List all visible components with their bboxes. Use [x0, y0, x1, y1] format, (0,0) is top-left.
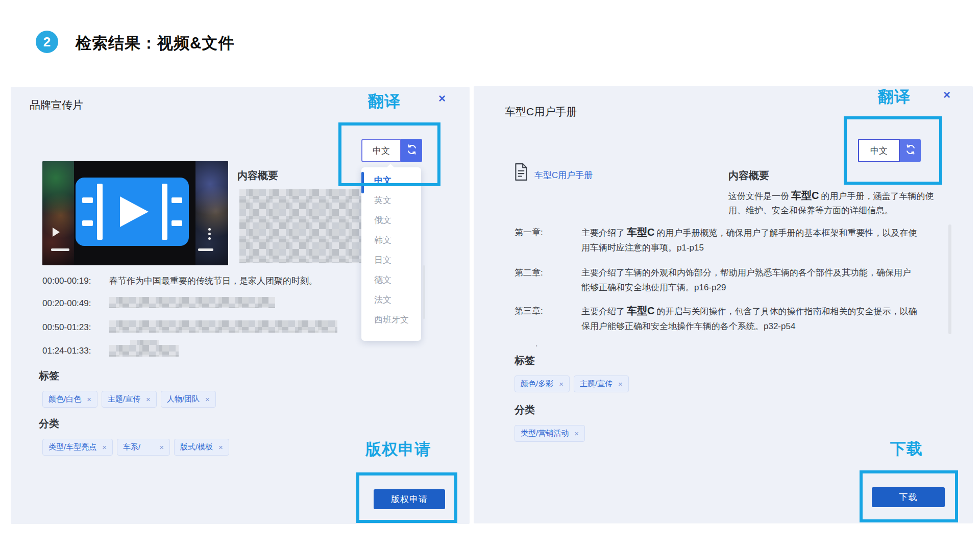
- chip-close-icon[interactable]: ×: [146, 395, 151, 404]
- chip-close-icon[interactable]: ×: [618, 380, 623, 388]
- redacted-text: [109, 297, 275, 308]
- model-name: 车型C: [791, 190, 819, 201]
- category-label: 车系/: [123, 442, 140, 452]
- language-dropdown: 中文 英文 俄文 韩文 日文 德文 法文 西班牙文: [361, 167, 421, 341]
- small-play-icon: [53, 228, 60, 237]
- tag-chip: 主题/宣传 ×: [574, 375, 629, 392]
- tags-heading: 标签: [39, 369, 59, 383]
- timeline-row: 00:50-01:23:: [42, 322, 109, 333]
- tag-chip: 颜色/白色 ×: [42, 391, 97, 408]
- timeline-time: 00:50-01:23:: [42, 322, 109, 333]
- download-button[interactable]: 下载: [872, 487, 945, 507]
- video-dialog-title: 品牌宣传片: [30, 98, 83, 112]
- copyright-apply-button[interactable]: 版权申请: [374, 489, 445, 509]
- page-title: 检索结果：视频&文件: [76, 33, 234, 54]
- dropdown-scrollbar[interactable]: [423, 265, 425, 319]
- chip-close-icon[interactable]: ×: [574, 429, 579, 438]
- summary-intro: 这份文件是一份车型C的用户手册，涵盖了车辆的使用、维护、安全和保养等方面的详细信…: [728, 188, 950, 218]
- progress-bar-left: [51, 248, 69, 251]
- chip-close-icon[interactable]: ×: [159, 443, 164, 452]
- content-scrollbar[interactable]: [948, 224, 951, 334]
- chip-close-icon[interactable]: ×: [218, 443, 223, 452]
- category-label: 类型/营销活动: [521, 429, 569, 438]
- document-link[interactable]: 车型C用户手册: [534, 169, 593, 181]
- step-badge: 2: [36, 31, 58, 53]
- translate-annotation: 翻译: [368, 91, 401, 112]
- language-option-ko[interactable]: 韩文: [361, 230, 421, 250]
- language-option-de[interactable]: 德文: [361, 270, 421, 290]
- language-option-fr[interactable]: 法文: [361, 290, 421, 310]
- tag-label: 颜色/多彩: [521, 379, 553, 389]
- chapter-row: 第一章: 主要介绍了车型C的用户手册概览，确保用户了解手册的基本框架和重要性，以…: [514, 225, 919, 255]
- language-option-ja[interactable]: 日文: [361, 250, 421, 270]
- chapter-text: 主要介绍了车型C的开启与关闭操作，包含了具体的操作指南和相关的安全提示，以确保用…: [581, 304, 919, 334]
- category-chip: 版式/模板 ×: [174, 439, 229, 456]
- chip-close-icon[interactable]: ×: [559, 380, 564, 388]
- download-annotation: 下载: [890, 438, 923, 460]
- document-icon: [513, 163, 529, 183]
- video-thumbnail[interactable]: [42, 161, 228, 265]
- timeline-time: 00:20-00:49:: [42, 298, 109, 309]
- tag-label: 主题/宣传: [108, 394, 140, 404]
- redacted-text: [109, 345, 179, 357]
- chip-close-icon[interactable]: ×: [87, 395, 91, 404]
- language-option-en[interactable]: 英文: [361, 190, 421, 210]
- language-option-ru[interactable]: 俄文: [361, 210, 421, 230]
- category-chip: 类型/车型亮点 ×: [42, 439, 113, 456]
- chapter-row: 第三章: 主要介绍了车型C的开启与关闭操作，包含了具体的操作指南和相关的安全提示…: [514, 304, 919, 334]
- video-detail-dialog: 品牌宣传片 翻译 × 中文 中文 英文 俄文: [11, 87, 470, 524]
- document-detail-dialog: 车型C用户手册 翻译 × 中文 车型C用户手册: [474, 86, 973, 523]
- categories-heading: 分类: [514, 403, 535, 417]
- tag-chip: 主题/宣传 ×: [102, 391, 157, 408]
- timeline-row: 01:24-01:33:: [42, 346, 109, 356]
- chapter-text: 主要介绍了车型C的用户手册概览，确保用户了解手册的基本框架和重要性，以及在使用车…: [581, 225, 919, 255]
- chapter-row: 第二章: 主要介绍了车辆的外观和内饰部分，帮助用户熟悉车辆的各个部件及其功能，确…: [514, 265, 919, 295]
- chapter-label: 第二章:: [514, 265, 581, 295]
- progress-bar-right: [198, 248, 213, 251]
- tag-label: 主题/宣传: [580, 379, 612, 389]
- close-icon[interactable]: ×: [438, 93, 446, 104]
- chip-close-icon[interactable]: ×: [102, 443, 107, 452]
- translate-highlight-box: [844, 116, 942, 185]
- translate-annotation: 翻译: [878, 86, 911, 108]
- tag-label: 人物/团队: [167, 394, 200, 404]
- page: 2 检索结果：视频&文件 品牌宣传片 翻译 × 中文 中文: [0, 0, 980, 551]
- timeline-row: 00:20-00:49:: [42, 298, 109, 309]
- redacted-text: [109, 320, 337, 333]
- chapter-label: 第一章:: [514, 225, 581, 255]
- tag-chip: 颜色/多彩 ×: [514, 375, 570, 392]
- copyright-annotation: 版权申请: [365, 439, 431, 460]
- timeline-row: 00:00-00:19:春节作为中国最重要的传统节日，是家人团聚的时刻。: [42, 275, 317, 287]
- timeline-time: 01:24-01:33:: [42, 346, 109, 356]
- category-label: 类型/车型亮点: [48, 442, 96, 452]
- summary-heading: 内容概要: [728, 169, 769, 183]
- close-icon[interactable]: ×: [943, 90, 950, 100]
- chip-close-icon[interactable]: ×: [205, 395, 210, 404]
- tags-heading: 标签: [514, 354, 535, 367]
- category-label: 版式/模板: [180, 442, 213, 452]
- chapter-label: 第三章:: [514, 304, 581, 334]
- tag-label: 颜色/白色: [48, 394, 81, 404]
- language-option-es[interactable]: 西班牙文: [361, 310, 421, 330]
- timeline-time: 00:00-00:19:: [42, 276, 109, 286]
- stray-period: .: [535, 339, 537, 348]
- more-dots-icon: [208, 228, 211, 240]
- chapter-text: 主要介绍了车辆的外观和内饰部分，帮助用户熟悉车辆的各个部件及其功能，确保用户能够…: [581, 265, 919, 295]
- category-chip: 车系/ ×: [117, 439, 170, 456]
- timeline-text: 春节作为中国最重要的传统节日，是家人团聚的时刻。: [109, 276, 317, 286]
- document-dialog-title: 车型C用户手册: [505, 105, 577, 119]
- summary-heading: 内容概要: [237, 169, 278, 183]
- redacted-summary: [239, 189, 365, 263]
- video-play-icon[interactable]: [76, 178, 189, 248]
- tag-chip: 人物/团队 ×: [161, 391, 216, 408]
- intro-pre: 这份文件是一份: [728, 191, 789, 201]
- translate-highlight-box: [338, 122, 440, 186]
- categories-heading: 分类: [39, 417, 59, 431]
- category-chip: 类型/营销活动 ×: [514, 425, 585, 442]
